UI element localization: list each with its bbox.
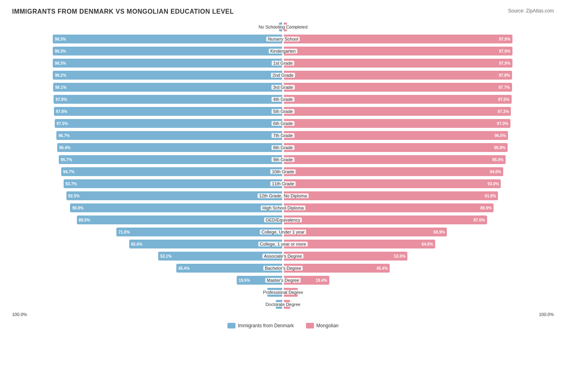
table-row: 97.9%4th Grade97.5% — [12, 94, 554, 105]
denmark-bar: 98.3% — [53, 59, 282, 68]
bar-value-left: 96.4% — [59, 146, 70, 150]
table-row: 98.3%1st Grade97.9% — [12, 57, 554, 69]
denmark-bar: 71.0% — [116, 228, 282, 236]
bar-value-right: 94.0% — [490, 170, 501, 174]
bar-value-right: 97.8% — [499, 73, 510, 78]
bar-value-right: 96.0% — [494, 133, 506, 138]
mongolian-bar: 45.4% — [284, 264, 390, 273]
left-section: 45.4% — [12, 263, 283, 274]
table-row: 93.7%11th Grade93.0% — [12, 178, 554, 189]
mongolian-bar: 97.5% — [284, 95, 512, 104]
mongolian-bar: 94.0% — [284, 167, 503, 176]
mongolian-bar: 95.0% — [284, 155, 506, 164]
right-section: 95.0% — [283, 154, 554, 165]
mongolian-bar: 2.8% — [284, 300, 290, 309]
bar-value-right: 2.8% — [279, 302, 288, 307]
bar-value-left: 98.3% — [55, 61, 66, 66]
left-section: 6.4% — [12, 287, 283, 298]
right-section: 89.9% — [283, 202, 554, 213]
table-row: 96.4%8th Grade95.8% — [12, 142, 554, 153]
bar-value-left: 94.7% — [63, 170, 74, 174]
bar-value-left: 98.1% — [55, 85, 66, 90]
table-row: 95.7%9th Grade95.0% — [12, 154, 554, 165]
left-section: 2.8% — [12, 299, 283, 310]
right-section: 95.8% — [283, 142, 554, 153]
mongolian-bar: 69.9% — [284, 228, 447, 236]
bar-value-right: 97.9% — [499, 37, 510, 41]
denmark-bar: 98.1% — [53, 83, 282, 92]
bar-value-right: 97.9% — [499, 61, 510, 66]
legend: Immigrants from Denmark Mongolian — [12, 323, 554, 328]
table-row: 2.8%Doctorate Degree2.8% — [12, 299, 554, 310]
mongolian-bar: 97.7% — [284, 83, 512, 92]
table-row: 6.4%Professional Degree6.1% — [12, 287, 554, 298]
denmark-bar: 90.8% — [70, 203, 282, 212]
table-row: 88.0%GED/Equivalency87.0% — [12, 214, 554, 226]
left-section: 96.7% — [12, 130, 283, 141]
chart-container: IMMIGRANTS FROM DENMARK VS MONGOLIAN EDU… — [0, 0, 566, 353]
right-section: 97.9% — [283, 45, 554, 57]
right-section: 96.0% — [283, 130, 554, 141]
bars-container: 1.7%No Schooling Completed2.1%98.3%Nurse… — [12, 21, 554, 310]
left-section: 94.7% — [12, 166, 283, 177]
left-section: 92.5% — [12, 190, 283, 201]
bar-value-left: 92.5% — [68, 194, 80, 198]
mongolian-bar: 96.0% — [284, 131, 508, 140]
mongolian-bar: 19.4% — [284, 276, 329, 285]
table-row: 1.7%No Schooling Completed2.1% — [12, 21, 554, 33]
denmark-bar: 97.5% — [55, 119, 283, 128]
table-row: 19.5%Master's Degree19.4% — [12, 275, 554, 286]
bar-value-right: 97.7% — [498, 85, 510, 90]
x-axis-labels: 100.0% 100.0% — [12, 312, 554, 317]
bar-value-right: 95.8% — [494, 146, 505, 150]
mongolian-bar: 97.9% — [284, 59, 512, 68]
right-section: 97.0% — [283, 118, 554, 129]
right-section: 97.7% — [283, 82, 554, 93]
right-section: 97.9% — [283, 33, 554, 45]
table-row: 98.3%Nursery School97.9% — [12, 33, 554, 45]
left-section: 1.7% — [12, 21, 283, 33]
denmark-bar: 53.1% — [158, 252, 282, 261]
left-section: 98.3% — [12, 33, 283, 45]
bar-value-left: 97.8% — [56, 109, 67, 114]
bar-value-right: 97.9% — [499, 49, 510, 53]
denmark-label: Immigrants from Denmark — [238, 323, 294, 328]
left-section: 90.8% — [12, 202, 283, 213]
right-section: 45.4% — [283, 263, 554, 274]
table-row: 94.7%10th Grade94.0% — [12, 166, 554, 177]
table-row: 98.2%2nd Grade97.8% — [12, 70, 554, 81]
left-section: 98.3% — [12, 57, 283, 69]
mongolian-bar: 53.0% — [284, 252, 407, 261]
denmark-bar: 96.4% — [57, 143, 282, 152]
table-row: 96.7%7th Grade96.0% — [12, 130, 554, 141]
denmark-bar: 96.7% — [56, 131, 282, 140]
left-section: 97.9% — [12, 94, 283, 105]
left-section: 97.5% — [12, 118, 283, 129]
bar-value-right: 93.0% — [488, 182, 499, 186]
right-section: 2.8% — [283, 299, 554, 310]
mongolian-bar: 97.9% — [284, 35, 512, 43]
left-section: 65.6% — [12, 238, 283, 250]
right-section: 93.0% — [283, 178, 554, 189]
right-section: 87.0% — [283, 214, 554, 226]
table-row: 45.4%Bachelor's Degree45.4% — [12, 263, 554, 274]
mongolian-bar: 97.0% — [284, 119, 510, 128]
bar-value-left: 98.2% — [55, 73, 66, 78]
right-section: 19.4% — [283, 275, 554, 286]
bar-value-left: 1.7% — [268, 25, 277, 29]
table-row: 98.3%Kindergarten97.9% — [12, 45, 554, 57]
right-section: 64.8% — [283, 238, 554, 250]
bar-value-left: 95.7% — [61, 158, 72, 162]
table-row: 90.8%High School Diploma89.9% — [12, 202, 554, 213]
mongolian-swatch — [306, 323, 314, 328]
denmark-bar: 65.6% — [129, 240, 282, 248]
legend-denmark: Immigrants from Denmark — [227, 323, 294, 328]
table-row: 97.8%5th Grade97.3% — [12, 106, 554, 117]
right-section: 69.9% — [283, 226, 554, 238]
mongolian-bar: 89.9% — [284, 203, 494, 212]
denmark-bar: 98.2% — [53, 71, 282, 80]
bar-value-left: 6.4% — [269, 290, 279, 295]
table-row: 98.1%3rd Grade97.7% — [12, 82, 554, 93]
bar-value-right: 97.3% — [498, 109, 509, 114]
bar-value-right: 97.5% — [498, 97, 509, 102]
